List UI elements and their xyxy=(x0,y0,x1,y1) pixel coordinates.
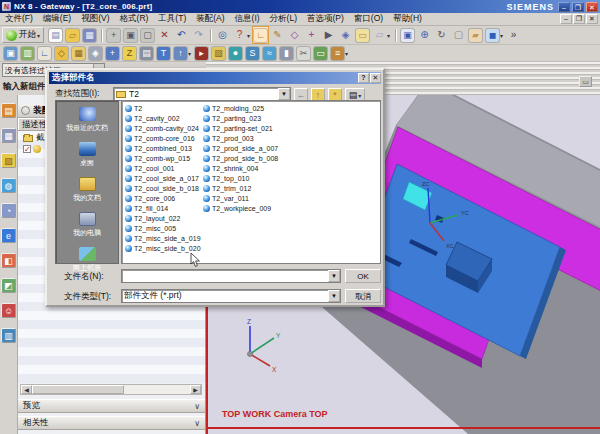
mold-csys-icon[interactable]: ∟ xyxy=(37,45,52,61)
orient-view-icon[interactable]: ∟ xyxy=(253,27,268,43)
place-desktop[interactable]: 桌面 xyxy=(79,142,96,168)
file-item[interactable]: T2_prod_side_b_008 xyxy=(203,153,379,163)
roles-tab-icon[interactable]: ☺ xyxy=(1,303,16,318)
view-menu-icon[interactable]: ▤▾ xyxy=(345,88,365,101)
file-item[interactable]: T2_shrink_004 xyxy=(203,163,379,173)
menu-item-format[interactable]: 格式(R) xyxy=(115,13,154,25)
menu-item-information[interactable]: 信息(I) xyxy=(230,13,265,25)
delete-icon[interactable]: ✕ xyxy=(157,27,172,43)
scroll-left-icon[interactable]: ◀ xyxy=(21,385,32,394)
initialize-project-icon[interactable]: ▣ xyxy=(3,45,18,61)
window-cascade-icon[interactable]: ▣ xyxy=(400,27,415,43)
preview-panel-header[interactable]: 预览 ∨ xyxy=(18,399,205,413)
dropdown-arrow-icon[interactable]: ▾ xyxy=(500,32,503,39)
save-icon[interactable]: ▦ xyxy=(82,27,97,43)
dialog-help-button[interactable]: ? xyxy=(358,73,369,83)
style-icon[interactable]: ▱▾ xyxy=(372,27,391,43)
menu-item-tools[interactable]: 工具(T) xyxy=(153,13,191,25)
file-item[interactable]: T2_molding_025 xyxy=(203,103,379,113)
clip-icon[interactable]: ▭ xyxy=(579,76,592,87)
history-tab-icon[interactable]: ◧ xyxy=(1,253,16,268)
menu-item-help[interactable]: 帮助(H) xyxy=(388,13,427,25)
copy-icon[interactable]: ▣ xyxy=(123,27,138,43)
chevron-down-icon[interactable]: ∨ xyxy=(194,402,200,411)
ok-button[interactable]: OK xyxy=(345,269,381,283)
cancel-button[interactable]: 取消 xyxy=(345,289,381,303)
dialog-titlebar[interactable]: 选择部件名 ? ✕ xyxy=(49,72,381,84)
file-item[interactable]: T2_misc_side_b_020 xyxy=(125,243,201,253)
open-icon[interactable]: ▱ xyxy=(65,27,80,43)
scrollbar-thumb[interactable] xyxy=(32,385,124,394)
parting-icon[interactable]: Z xyxy=(122,45,137,61)
doc-minimize-button[interactable]: – xyxy=(560,14,572,24)
file-item[interactable]: T2_layout_022 xyxy=(125,213,201,223)
hd3d-tools-tab-icon[interactable]: ◔ xyxy=(1,203,16,218)
measure-icon[interactable]: ▭ xyxy=(355,27,370,43)
part-navigator-tab-icon[interactable]: ▧ xyxy=(1,153,16,168)
electrode-icon[interactable]: ▮ xyxy=(279,45,294,61)
constraint-navigator-tab-icon[interactable]: ▦ xyxy=(1,128,16,143)
chevron-down-icon[interactable]: ∨ xyxy=(194,419,200,428)
reuse-library-tab-icon[interactable]: ◍ xyxy=(1,178,16,193)
chevron-down-icon[interactable]: ▼ xyxy=(278,88,290,100)
menu-item-window[interactable]: 窗口(O) xyxy=(349,13,388,25)
runner-icon[interactable]: S xyxy=(245,45,260,61)
menu-item-edit[interactable]: 编辑(E) xyxy=(38,13,76,25)
file-item[interactable]: T2 xyxy=(125,103,201,113)
checkbox-checked-icon[interactable]: ✓ xyxy=(23,145,31,153)
moldbase-icon[interactable]: ▤ xyxy=(139,45,154,61)
back-icon[interactable]: ← xyxy=(294,88,308,101)
menu-item-file[interactable]: 文件(F) xyxy=(0,13,38,25)
file-item[interactable]: T2_prod_003 xyxy=(203,133,379,143)
sketch-icon[interactable]: ✎ xyxy=(270,27,285,43)
minimize-button[interactable]: – xyxy=(558,2,570,12)
dropdown-arrow-icon[interactable]: ▾ xyxy=(387,32,390,39)
menu-item-preferences[interactable]: 首选项(P) xyxy=(302,13,349,25)
place-my-documents[interactable]: 我的文档 xyxy=(73,177,101,203)
shaded-cube-icon[interactable]: ◼▾ xyxy=(485,27,504,43)
standard-parts-icon[interactable]: T xyxy=(156,45,171,61)
overflow-chevron-icon[interactable]: » xyxy=(506,27,521,43)
web-browser-tab-icon[interactable]: e xyxy=(1,228,16,243)
help-icon[interactable]: ?▾ xyxy=(232,27,251,43)
ejector-icon[interactable]: ↑▾ xyxy=(173,45,192,61)
snap-point-icon[interactable]: ◈ xyxy=(338,27,353,43)
close-button[interactable]: ✕ xyxy=(586,2,598,12)
menu-item-view[interactable]: 视图(V) xyxy=(76,13,114,25)
filename-combo[interactable]: ▼ xyxy=(121,269,341,283)
cut-icon[interactable]: + xyxy=(106,27,121,43)
file-item[interactable]: T2_misc_side_a_019 xyxy=(125,233,201,243)
file-item[interactable]: T2_prod_side_a_007 xyxy=(203,143,379,153)
dropdown-arrow-icon[interactable]: ▾ xyxy=(247,32,250,39)
file-item[interactable]: T2_top_010 xyxy=(203,173,379,183)
select-arrow-icon[interactable]: ▶ xyxy=(321,27,336,43)
file-item[interactable]: T2_combined_013 xyxy=(125,143,201,153)
file-item[interactable]: T2_cavity_002 xyxy=(125,113,201,123)
slider-icon[interactable]: ▸ xyxy=(194,45,209,61)
undo-icon[interactable]: ↶ xyxy=(174,27,189,43)
dropdown-arrow-icon[interactable]: ▾ xyxy=(188,50,191,57)
place-network-places[interactable]: 网上邻居 xyxy=(73,247,101,273)
shrinkage-icon[interactable]: ◇ xyxy=(54,45,69,61)
point-icon[interactable]: + xyxy=(304,27,319,43)
file-item[interactable]: T2_trim_012 xyxy=(203,183,379,193)
doc-close-button[interactable]: ✕ xyxy=(586,14,598,24)
gate-icon[interactable]: ● xyxy=(228,45,243,61)
menu-item-analysis[interactable]: 分析(L) xyxy=(265,13,302,25)
workpiece-icon[interactable]: ▦ xyxy=(71,45,86,61)
place-recent-documents[interactable]: 我最近的文档 xyxy=(66,107,108,133)
paste-icon[interactable]: ▢ xyxy=(140,27,155,43)
file-item[interactable]: T2_var_011 xyxy=(203,193,379,203)
start-menu-button[interactable]: 开始 ▾ xyxy=(2,27,44,43)
system-visuals-tab-icon[interactable]: ▥ xyxy=(1,328,16,343)
dependencies-panel-header[interactable]: 相关性 ∨ xyxy=(18,416,205,430)
trim-icon[interactable]: ✂ xyxy=(296,45,311,61)
file-item[interactable]: T2_parting_023 xyxy=(203,113,379,123)
chevron-down-icon[interactable]: ▼ xyxy=(328,270,340,282)
command-finder-icon[interactable]: ◎ xyxy=(215,27,230,43)
restore-button[interactable]: ❐ xyxy=(572,2,584,12)
menu-item-assemblies[interactable]: 装配(A) xyxy=(191,13,229,25)
pan-icon[interactable]: ▢ xyxy=(451,27,466,43)
mold-tools-icon[interactable]: + xyxy=(105,45,120,61)
file-item[interactable]: T2_cool_side_a_017 xyxy=(125,173,201,183)
